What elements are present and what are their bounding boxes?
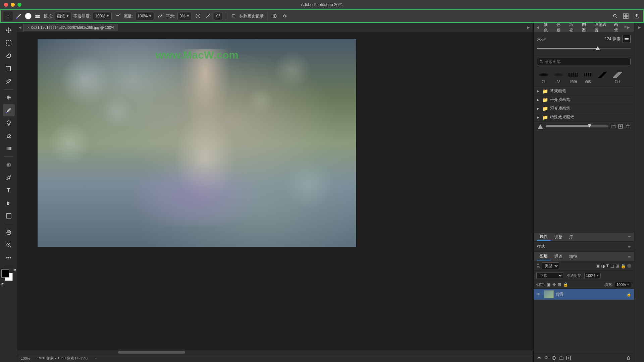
tab-brush-settings[interactable]: 画笔设置 — [592, 21, 611, 34]
tab-adjustments[interactable]: 调整 — [552, 234, 565, 241]
mode-select[interactable]: 画笔 ▼ — [55, 12, 71, 20]
move-tool[interactable] — [3, 24, 15, 36]
lasso-tool[interactable] — [3, 50, 15, 62]
filter-shape-icon[interactable]: ◻ — [610, 263, 614, 268]
clone-stamp-tool[interactable] — [3, 117, 15, 129]
eraser-tool[interactable] — [3, 130, 15, 142]
angle-input[interactable]: 0° — [214, 12, 222, 20]
lock-all-icon[interactable]: 🔒 — [563, 282, 568, 287]
opacity-slider-track[interactable] — [546, 125, 608, 127]
tab-layers[interactable]: 图层 — [537, 253, 550, 260]
brush-tool-icon[interactable] — [15, 12, 23, 20]
fx-icon[interactable]: fx — [544, 355, 549, 361]
filter-smart-icon[interactable]: ⊞ — [615, 263, 619, 268]
create-adjustment-icon[interactable] — [566, 355, 571, 361]
smooth-settings-icon[interactable] — [194, 12, 202, 20]
layer-visibility-icon[interactable]: 👁 — [536, 292, 542, 297]
filter-toggle[interactable] — [627, 264, 631, 268]
lock-artboard-icon[interactable]: ⊞ — [558, 282, 561, 287]
fill-stepper[interactable]: ▼ — [627, 283, 630, 286]
more-tools-button[interactable]: ••• — [3, 252, 15, 264]
brush-group-special[interactable]: ▶ 📁 特殊效果画笔 — [534, 113, 634, 122]
swap-colors-icon[interactable]: ⇄ — [13, 268, 16, 272]
opacity-stepper[interactable]: ▼ — [596, 274, 599, 277]
styles-menu-icon[interactable]: ≡ — [628, 244, 631, 249]
right-panel-expand[interactable]: ▶ — [637, 25, 642, 29]
tab-document[interactable]: ✕ 0d21f1ec128554b67cf03f87b561c255.jpg @… — [23, 24, 118, 31]
opacity-input[interactable]: 100% ▼ — [584, 273, 601, 278]
smooth-select[interactable]: 0% ▼ — [177, 12, 192, 20]
symmetry-icon[interactable] — [281, 12, 289, 20]
brush-search-box[interactable] — [537, 58, 631, 65]
tab-scroll-right[interactable]: ▶ — [527, 25, 532, 29]
tab-color[interactable]: 颜色 — [541, 21, 553, 34]
tab-swatches[interactable]: 色板 — [554, 21, 566, 34]
brush-style-selector[interactable] — [623, 35, 631, 43]
erase-checkbox[interactable]: ☐ — [229, 12, 237, 20]
lock-position-icon[interactable]: ✥ — [552, 282, 556, 287]
opacity-slider-thumb[interactable] — [588, 124, 591, 128]
delete-layer-icon[interactable] — [626, 355, 631, 361]
gradient-tool[interactable] — [3, 142, 15, 155]
spot-heal-tool[interactable] — [3, 92, 15, 104]
fill-input[interactable]: 100% ▼ — [615, 282, 631, 287]
brush-size-slider[interactable] — [537, 45, 631, 52]
tablet-pressure-icon[interactable] — [271, 12, 279, 20]
crop-tool[interactable] — [3, 62, 15, 74]
marquee-tool[interactable] — [3, 37, 15, 49]
brush-tool[interactable] — [3, 104, 15, 116]
new-folder-icon[interactable] — [610, 124, 616, 129]
tab-close-icon[interactable]: ✕ — [27, 26, 30, 29]
tab-brush[interactable]: 画笔 — [611, 21, 624, 34]
brush-group-wet[interactable]: ▶ 📁 湿介质画笔 — [534, 104, 634, 113]
arrange-button[interactable] — [622, 12, 630, 20]
properties-menu-icon[interactable]: ≡ — [628, 235, 631, 240]
filter-lock-icon[interactable]: 🔒 — [621, 263, 626, 268]
opacity-airbrush-icon[interactable] — [114, 12, 122, 20]
tab-scroll-left[interactable]: ◀ — [19, 25, 23, 29]
close-button[interactable] — [4, 3, 8, 7]
layers-menu-icon[interactable]: ≡ — [628, 254, 631, 259]
smooth-icon[interactable] — [156, 12, 164, 20]
tab-paths[interactable]: 路径 — [567, 253, 580, 260]
brush-group-dry[interactable]: ▶ 📁 干介质画笔 — [534, 96, 634, 104]
brush-search-input[interactable] — [544, 59, 628, 64]
share-button[interactable] — [633, 12, 641, 20]
brush-preset-3[interactable]: 1569 — [567, 69, 580, 84]
tab-properties[interactable]: 属性 — [537, 233, 550, 241]
panel-scroll-right[interactable]: ▶ — [627, 25, 631, 29]
layer-item-background[interactable]: 👁 背景 🔒 — [534, 289, 634, 300]
filter-pixel-icon[interactable]: ▣ — [596, 263, 600, 268]
brush-preset-2[interactable]: 68 — [552, 69, 565, 84]
tab-patterns[interactable]: 图案 — [579, 21, 591, 34]
add-brush-icon[interactable] — [618, 124, 623, 129]
path-select-tool[interactable] — [3, 197, 15, 209]
create-group-icon[interactable] — [558, 355, 564, 361]
add-mask-icon[interactable] — [551, 355, 556, 361]
home-button[interactable]: ⌂ — [3, 11, 13, 21]
tab-library[interactable]: 库 — [567, 234, 576, 241]
hand-tool[interactable] — [3, 226, 15, 238]
text-tool[interactable]: T — [3, 184, 15, 196]
maximize-button[interactable] — [17, 3, 21, 7]
minimize-button[interactable] — [11, 3, 15, 7]
tab-gradient[interactable]: 渐变 — [567, 21, 579, 34]
filter-adjustment-icon[interactable]: ◑ — [601, 263, 605, 268]
zoom-tool[interactable] — [3, 239, 15, 251]
panel-scroll-left[interactable]: ◀ — [536, 25, 540, 29]
reset-colors-icon[interactable]: ◩ — [1, 282, 4, 286]
angle-icon[interactable] — [204, 12, 212, 20]
blend-mode-select[interactable]: 正常 — [536, 272, 563, 279]
eyedropper-tool[interactable] — [3, 75, 15, 87]
brush-preset-6[interactable]: 741 — [611, 69, 624, 84]
brush-group-regular[interactable]: ▶ 📁 常规画笔 — [534, 87, 634, 96]
delete-brush-icon[interactable] — [625, 124, 631, 129]
canvas-wrapper[interactable]: www.MacW.com — [17, 32, 533, 350]
rect-shape-tool[interactable] — [3, 210, 15, 222]
brush-preset-5[interactable]: — — [596, 69, 609, 84]
scroll-thumb[interactable] — [118, 351, 185, 354]
more-arrow[interactable]: › — [94, 356, 96, 360]
brush-preset-1[interactable]: 71 — [537, 69, 550, 84]
blur-tool[interactable] — [3, 159, 15, 171]
lock-pixels-icon[interactable]: ▣ — [547, 282, 550, 287]
